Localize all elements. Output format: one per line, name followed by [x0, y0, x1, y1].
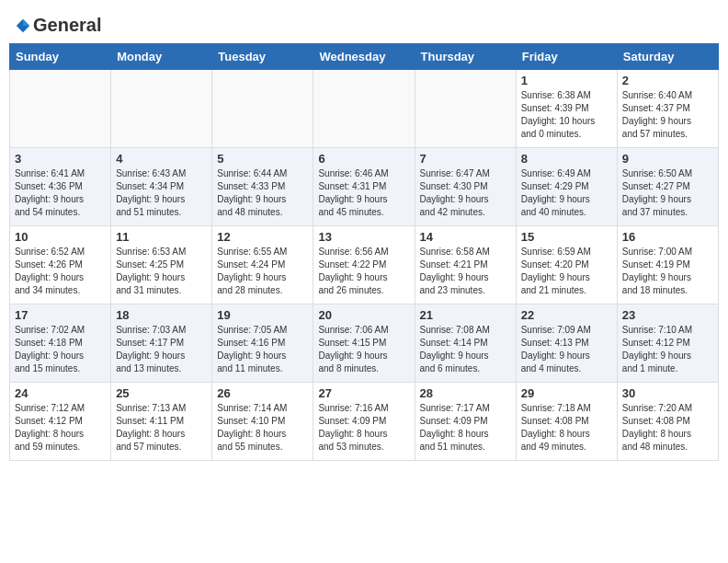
day-info: Sunrise: 6:58 AMSunset: 4:21 PMDaylight:… [420, 246, 511, 297]
day-number: 10 [15, 230, 106, 244]
day-number: 5 [217, 152, 308, 166]
day-info: Sunrise: 7:09 AMSunset: 4:13 PMDaylight:… [521, 324, 612, 375]
day-number: 28 [420, 386, 511, 400]
page-header: General [9, 9, 719, 36]
day-info: Sunrise: 7:10 AMSunset: 4:12 PMDaylight:… [622, 324, 713, 375]
calendar-cell: 13Sunrise: 6:56 AMSunset: 4:22 PMDayligh… [313, 226, 415, 304]
day-info: Sunrise: 6:40 AMSunset: 4:37 PMDaylight:… [622, 89, 713, 141]
weekday-header-thursday: Thursday [415, 44, 516, 70]
day-number: 22 [521, 308, 612, 322]
calendar-cell: 25Sunrise: 7:13 AMSunset: 4:11 PMDayligh… [111, 383, 212, 461]
calendar-cell: 6Sunrise: 6:46 AMSunset: 4:31 PMDaylight… [313, 148, 415, 226]
calendar-cell: 9Sunrise: 6:50 AMSunset: 4:27 PMDaylight… [617, 148, 718, 226]
day-number: 18 [116, 308, 207, 322]
calendar-cell: 4Sunrise: 6:43 AMSunset: 4:34 PMDaylight… [111, 148, 212, 226]
calendar-cell: 18Sunrise: 7:03 AMSunset: 4:17 PMDayligh… [111, 304, 212, 383]
day-number: 2 [622, 74, 713, 87]
logo: General [13, 15, 101, 36]
logo-text: General [33, 15, 101, 36]
day-info: Sunrise: 7:18 AMSunset: 4:08 PMDaylight:… [521, 402, 612, 454]
day-number: 25 [116, 386, 207, 400]
calendar-cell: 8Sunrise: 6:49 AMSunset: 4:29 PMDaylight… [516, 148, 617, 226]
weekday-header-friday: Friday [516, 44, 617, 70]
calendar-cell: 14Sunrise: 6:58 AMSunset: 4:21 PMDayligh… [415, 226, 516, 304]
day-info: Sunrise: 6:56 AMSunset: 4:22 PMDaylight:… [318, 246, 409, 297]
calendar-cell: 27Sunrise: 7:16 AMSunset: 4:09 PMDayligh… [313, 383, 415, 461]
day-info: Sunrise: 7:08 AMSunset: 4:14 PMDaylight:… [420, 324, 511, 375]
day-info: Sunrise: 6:44 AMSunset: 4:33 PMDaylight:… [217, 167, 308, 219]
calendar-cell: 12Sunrise: 6:55 AMSunset: 4:24 PMDayligh… [212, 226, 313, 304]
calendar-cell [313, 70, 415, 148]
day-number: 11 [116, 230, 207, 244]
calendar-table: SundayMondayTuesdayWednesdayThursdayFrid… [9, 43, 719, 461]
calendar-cell: 15Sunrise: 6:59 AMSunset: 4:20 PMDayligh… [516, 226, 617, 304]
day-info: Sunrise: 6:49 AMSunset: 4:29 PMDaylight:… [521, 167, 612, 219]
calendar-cell: 22Sunrise: 7:09 AMSunset: 4:13 PMDayligh… [516, 304, 617, 383]
day-number: 1 [521, 74, 612, 87]
day-number: 21 [420, 308, 511, 322]
day-info: Sunrise: 7:20 AMSunset: 4:08 PMDaylight:… [622, 402, 713, 454]
calendar-cell: 24Sunrise: 7:12 AMSunset: 4:12 PMDayligh… [10, 383, 111, 461]
day-info: Sunrise: 6:43 AMSunset: 4:34 PMDaylight:… [116, 167, 207, 219]
calendar-cell: 1Sunrise: 6:38 AMSunset: 4:39 PMDaylight… [516, 70, 617, 148]
day-number: 23 [622, 308, 713, 322]
day-info: Sunrise: 6:46 AMSunset: 4:31 PMDaylight:… [318, 167, 409, 219]
svg-marker-1 [23, 19, 29, 26]
calendar-cell: 7Sunrise: 6:47 AMSunset: 4:30 PMDaylight… [415, 148, 516, 226]
calendar-cell: 16Sunrise: 7:00 AMSunset: 4:19 PMDayligh… [617, 226, 718, 304]
calendar-cell: 29Sunrise: 7:18 AMSunset: 4:08 PMDayligh… [516, 383, 617, 461]
day-info: Sunrise: 7:14 AMSunset: 4:10 PMDaylight:… [217, 402, 308, 454]
day-number: 4 [116, 152, 207, 166]
day-number: 12 [217, 230, 308, 244]
weekday-header-sunday: Sunday [10, 44, 111, 70]
day-info: Sunrise: 7:13 AMSunset: 4:11 PMDaylight:… [116, 402, 207, 454]
calendar-header-row: SundayMondayTuesdayWednesdayThursdayFrid… [10, 44, 719, 70]
day-number: 8 [521, 152, 612, 166]
day-number: 15 [521, 230, 612, 244]
day-number: 7 [420, 152, 511, 166]
calendar-cell: 5Sunrise: 6:44 AMSunset: 4:33 PMDaylight… [212, 148, 313, 226]
day-info: Sunrise: 7:00 AMSunset: 4:19 PMDaylight:… [622, 246, 713, 297]
day-number: 16 [622, 230, 713, 244]
day-number: 29 [521, 386, 612, 400]
day-info: Sunrise: 6:41 AMSunset: 4:36 PMDaylight:… [15, 167, 106, 219]
weekday-header-wednesday: Wednesday [313, 44, 415, 70]
calendar-cell: 21Sunrise: 7:08 AMSunset: 4:14 PMDayligh… [415, 304, 516, 383]
day-number: 17 [15, 308, 106, 322]
day-info: Sunrise: 7:12 AMSunset: 4:12 PMDaylight:… [15, 402, 106, 454]
calendar-cell: 30Sunrise: 7:20 AMSunset: 4:08 PMDayligh… [617, 383, 718, 461]
calendar-week-4: 17Sunrise: 7:02 AMSunset: 4:18 PMDayligh… [10, 304, 719, 383]
day-number: 13 [318, 230, 409, 244]
calendar-cell: 20Sunrise: 7:06 AMSunset: 4:15 PMDayligh… [313, 304, 415, 383]
day-info: Sunrise: 6:38 AMSunset: 4:39 PMDaylight:… [521, 89, 612, 141]
day-number: 24 [15, 386, 106, 400]
day-info: Sunrise: 7:16 AMSunset: 4:09 PMDaylight:… [318, 402, 409, 454]
day-number: 3 [15, 152, 106, 166]
day-number: 9 [622, 152, 713, 166]
calendar-cell: 3Sunrise: 6:41 AMSunset: 4:36 PMDaylight… [10, 148, 111, 226]
day-info: Sunrise: 6:52 AMSunset: 4:26 PMDaylight:… [15, 246, 106, 297]
calendar-cell: 10Sunrise: 6:52 AMSunset: 4:26 PMDayligh… [10, 226, 111, 304]
calendar-cell [212, 70, 313, 148]
day-number: 14 [420, 230, 511, 244]
day-info: Sunrise: 7:17 AMSunset: 4:09 PMDaylight:… [420, 402, 511, 454]
day-number: 6 [318, 152, 409, 166]
calendar-cell [415, 70, 516, 148]
day-info: Sunrise: 6:55 AMSunset: 4:24 PMDaylight:… [217, 246, 308, 297]
calendar-week-2: 3Sunrise: 6:41 AMSunset: 4:36 PMDaylight… [10, 148, 719, 226]
weekday-header-monday: Monday [111, 44, 212, 70]
calendar-cell: 19Sunrise: 7:05 AMSunset: 4:16 PMDayligh… [212, 304, 313, 383]
calendar-cell [10, 70, 111, 148]
calendar-cell: 11Sunrise: 6:53 AMSunset: 4:25 PMDayligh… [111, 226, 212, 304]
day-info: Sunrise: 7:03 AMSunset: 4:17 PMDaylight:… [116, 324, 207, 375]
day-number: 19 [217, 308, 308, 322]
day-number: 20 [318, 308, 409, 322]
weekday-header-tuesday: Tuesday [212, 44, 313, 70]
day-number: 30 [622, 386, 713, 400]
calendar-week-1: 1Sunrise: 6:38 AMSunset: 4:39 PMDaylight… [10, 70, 719, 148]
calendar-cell: 26Sunrise: 7:14 AMSunset: 4:10 PMDayligh… [212, 383, 313, 461]
day-info: Sunrise: 6:53 AMSunset: 4:25 PMDaylight:… [116, 246, 207, 297]
calendar-week-3: 10Sunrise: 6:52 AMSunset: 4:26 PMDayligh… [10, 226, 719, 304]
calendar-cell: 17Sunrise: 7:02 AMSunset: 4:18 PMDayligh… [10, 304, 111, 383]
day-info: Sunrise: 6:47 AMSunset: 4:30 PMDaylight:… [420, 167, 511, 219]
